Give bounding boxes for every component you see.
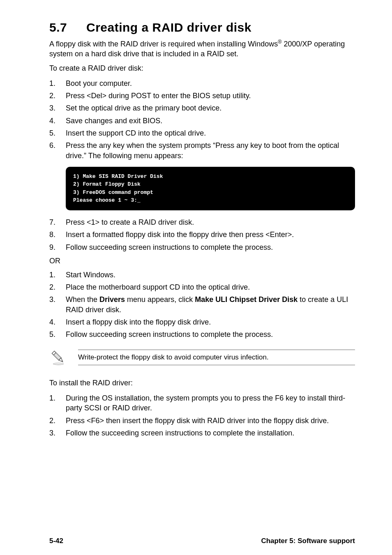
list-item: 1.Start Windows. — [49, 269, 355, 281]
list-marker: 4. — [49, 317, 55, 327]
list-marker: 1. — [49, 78, 55, 88]
list-item: 3.Follow the succeeding screen instructi… — [49, 427, 355, 439]
steps-list-a: 1.Boot your computer.2.Press <Del> durin… — [49, 77, 355, 162]
list-marker: 3. — [49, 295, 55, 304]
list-marker: 2. — [49, 91, 55, 101]
or-label: OR — [49, 257, 355, 265]
install-lead: To install the RAID driver: — [49, 378, 355, 388]
list-marker: 3. — [49, 103, 55, 113]
list-marker: 5. — [49, 128, 55, 138]
list-item: 3.When the Drivers menu appears, click M… — [49, 293, 355, 316]
list-text: Place the motherboard support CD into th… — [66, 283, 250, 291]
list-marker: 3. — [49, 428, 55, 438]
intro-text-a: A floppy disk with the RAID driver is re… — [49, 40, 278, 48]
list-text: Follow succeeding screen instructions to… — [66, 330, 273, 339]
list-item: 5.Follow succeeding screen instructions … — [49, 328, 355, 341]
section-heading: 5.7Creating a RAID driver disk — [49, 21, 355, 35]
note-row: Write-protect the floppy disk to avoid c… — [49, 348, 355, 366]
list-text: Insert a floppy disk into the floppy dis… — [66, 318, 211, 326]
list-item: 2.Place the motherboard support CD into … — [49, 281, 355, 293]
list-marker: 5. — [49, 329, 55, 339]
svg-point-6 — [53, 363, 64, 364]
list-item: 1.During the OS installation, the system… — [49, 392, 355, 415]
list-marker: 4. — [49, 116, 55, 126]
list-item: 7.Press <1> to create a RAID driver disk… — [49, 216, 355, 228]
list-item: 4.Insert a floppy disk into the floppy d… — [49, 316, 355, 328]
list-marker: 6. — [49, 140, 55, 150]
document-page: 5.7Creating a RAID driver disk A floppy … — [0, 0, 392, 555]
list-marker: 8. — [49, 230, 55, 240]
list-marker: 2. — [49, 282, 55, 292]
list-item: 2.Press <Del> during POST to enter the B… — [49, 90, 355, 102]
section-number: 5.7 — [49, 21, 86, 35]
page-footer: 5-42 Chapter 5: Software support — [49, 537, 355, 545]
list-item: 8.Insert a formatted floppy disk into th… — [49, 228, 355, 241]
pencil-note-icon — [49, 348, 78, 366]
list-item: 3.Set the optical drive as the primary b… — [49, 102, 355, 114]
list-text: Set the optical drive as the primary boo… — [66, 104, 221, 112]
list-item: 1.Boot your computer. — [49, 77, 355, 90]
list-marker: 9. — [49, 242, 55, 252]
bold-label: Make ULI Chipset Driver Disk — [195, 295, 297, 304]
list-text-prefix: When the — [66, 295, 99, 304]
list-text: Press <1> to create a RAID driver disk. — [66, 218, 194, 226]
create-disk-lead: To create a RAID driver disk: — [49, 63, 355, 73]
bold-label: Drivers — [99, 295, 125, 304]
footer-chapter: Chapter 5: Software support — [261, 537, 355, 545]
list-text: Follow succeeding screen instructions to… — [66, 243, 273, 251]
list-item: 5.Insert the support CD into the optical… — [49, 127, 355, 139]
list-item: 2.Press <F6> then insert the floppy disk… — [49, 415, 355, 427]
list-text: During the OS installation, the system p… — [66, 394, 345, 412]
list-text: Boot your computer. — [66, 79, 132, 88]
list-marker: 1. — [49, 393, 55, 403]
svg-marker-4 — [59, 358, 64, 363]
footer-page-number: 5-42 — [49, 537, 63, 545]
note-text: Write-protect the floppy disk to avoid c… — [78, 350, 355, 365]
list-item: 6.Press the any key when the system prom… — [49, 139, 355, 162]
list-text: Insert a formatted floppy disk into the … — [66, 230, 294, 239]
steps-list-b: 7.Press <1> to create a RAID driver disk… — [49, 216, 355, 253]
list-text: Press <F6> then insert the floppy disk w… — [66, 417, 329, 425]
steps-list-c: 1.Start Windows.2.Place the motherboard … — [49, 269, 355, 341]
list-text-mid: menu appears, click — [125, 295, 195, 304]
list-text: Save changes and exit BIOS. — [66, 117, 162, 125]
registered-mark: ® — [278, 39, 281, 45]
steps-list-d: 1.During the OS installation, the system… — [49, 392, 355, 439]
list-item: 4.Save changes and exit BIOS. — [49, 115, 355, 127]
list-text: Press the any key when the system prompt… — [66, 141, 339, 159]
list-text: Insert the support CD into the optical d… — [66, 129, 206, 137]
list-item: 9.Follow succeeding screen instructions … — [49, 241, 355, 253]
list-text: Press <Del> during POST to enter the BIO… — [66, 92, 251, 100]
intro-paragraph: A floppy disk with the RAID driver is re… — [49, 39, 355, 59]
terminal-output: 1) Make SIS RAID Driver Disk 2) Format F… — [66, 167, 355, 210]
list-text: Start Windows. — [66, 271, 115, 279]
list-marker: 1. — [49, 270, 55, 280]
list-text: Follow the succeeding screen instruction… — [66, 429, 294, 437]
list-marker: 7. — [49, 217, 55, 227]
section-title-text: Creating a RAID driver disk — [86, 21, 251, 34]
list-marker: 2. — [49, 416, 55, 426]
